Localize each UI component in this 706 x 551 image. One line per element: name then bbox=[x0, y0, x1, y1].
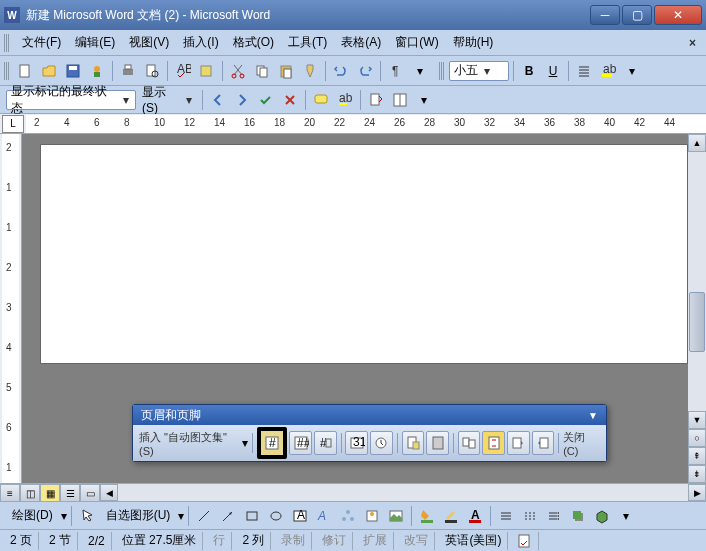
show-hide-doc-button[interactable] bbox=[426, 431, 449, 455]
menu-help[interactable]: 帮助(H) bbox=[447, 32, 500, 53]
menu-tools[interactable]: 工具(T) bbox=[282, 32, 333, 53]
grip-icon[interactable] bbox=[4, 62, 10, 80]
align-justify-button[interactable] bbox=[573, 60, 595, 82]
grip-icon[interactable] bbox=[439, 62, 445, 80]
close-button[interactable]: ✕ bbox=[654, 5, 702, 25]
scroll-right-button[interactable]: ▶ bbox=[688, 484, 706, 501]
menu-window[interactable]: 窗口(W) bbox=[389, 32, 444, 53]
hf-toolbar-title[interactable]: 页眉和页脚 ▼ bbox=[133, 405, 606, 425]
dash-style-button[interactable] bbox=[519, 505, 541, 527]
toolbar-options[interactable]: ▾ bbox=[413, 89, 435, 111]
picture-button[interactable] bbox=[385, 505, 407, 527]
shadow-button[interactable] bbox=[567, 505, 589, 527]
hscroll-track[interactable] bbox=[118, 484, 688, 501]
format-page-number-button[interactable]: # bbox=[314, 431, 337, 455]
select-objects-button[interactable] bbox=[76, 505, 98, 527]
research-button[interactable] bbox=[196, 60, 218, 82]
review-pane-button[interactable] bbox=[389, 89, 411, 111]
tab-type-button[interactable]: L bbox=[2, 115, 24, 133]
underline-button[interactable]: U bbox=[542, 60, 564, 82]
copy-button[interactable] bbox=[251, 60, 273, 82]
status-record[interactable]: 录制 bbox=[275, 532, 312, 550]
new-comment-button[interactable] bbox=[310, 89, 332, 111]
menu-insert[interactable]: 插入(I) bbox=[177, 32, 224, 53]
status-language[interactable]: 英语(美国) bbox=[439, 532, 508, 550]
textbox-button[interactable]: A bbox=[289, 505, 311, 527]
scroll-thumb[interactable] bbox=[689, 292, 705, 352]
scroll-left-button[interactable]: ◀ bbox=[100, 484, 118, 501]
insert-time-button[interactable] bbox=[370, 431, 393, 455]
status-revision[interactable]: 修订 bbox=[316, 532, 353, 550]
line-button[interactable] bbox=[193, 505, 215, 527]
chevron-down-icon[interactable]: ▾ bbox=[242, 436, 248, 450]
menu-view[interactable]: 视图(V) bbox=[123, 32, 175, 53]
same-as-prev-button[interactable] bbox=[458, 431, 481, 455]
toolbar-options[interactable]: ▾ bbox=[621, 60, 643, 82]
fill-color-button[interactable] bbox=[416, 505, 438, 527]
horizontal-ruler[interactable]: L 24681012141618202224262830323436384042… bbox=[0, 114, 706, 134]
status-spellcheck-icon[interactable] bbox=[512, 532, 539, 550]
permission-button[interactable] bbox=[86, 60, 108, 82]
maximize-button[interactable]: ▢ bbox=[622, 5, 652, 25]
spellcheck-button[interactable]: ABC bbox=[172, 60, 194, 82]
print-view-button[interactable]: ▦ bbox=[40, 484, 60, 502]
line-color-button[interactable] bbox=[440, 505, 462, 527]
track-changes-button[interactable] bbox=[365, 89, 387, 111]
scroll-down-button[interactable]: ▼ bbox=[688, 411, 706, 429]
doc-close-button[interactable]: × bbox=[683, 36, 702, 50]
toolbar-options[interactable]: ▾ bbox=[409, 60, 431, 82]
show-combo[interactable]: 显示(S) ▾ bbox=[138, 90, 198, 110]
print-button[interactable] bbox=[117, 60, 139, 82]
highlight-pen-button[interactable]: ab bbox=[334, 89, 356, 111]
switch-header-footer-button[interactable] bbox=[482, 431, 505, 455]
redo-button[interactable] bbox=[354, 60, 376, 82]
insert-page-count-button[interactable]: ## bbox=[289, 431, 312, 455]
3d-button[interactable] bbox=[591, 505, 613, 527]
normal-view-button[interactable]: ≡ bbox=[0, 484, 20, 502]
fontsize-combo[interactable]: 小五 ▾ bbox=[449, 61, 509, 81]
bold-button[interactable]: B bbox=[518, 60, 540, 82]
prev-page-button[interactable]: ⇞ bbox=[688, 447, 706, 465]
show-marks-button[interactable]: ¶ bbox=[385, 60, 407, 82]
autotext-label[interactable]: 插入 "自动图文集" (S) bbox=[139, 430, 238, 457]
accept-change-button[interactable] bbox=[255, 89, 277, 111]
menu-edit[interactable]: 编辑(E) bbox=[69, 32, 121, 53]
scroll-up-button[interactable]: ▲ bbox=[688, 134, 706, 152]
format-painter-button[interactable] bbox=[299, 60, 321, 82]
line-style-button[interactable] bbox=[495, 505, 517, 527]
page-body[interactable] bbox=[40, 144, 688, 364]
undo-button[interactable] bbox=[330, 60, 352, 82]
show-next-button[interactable] bbox=[532, 431, 555, 455]
minimize-button[interactable]: ─ bbox=[590, 5, 620, 25]
page-setup-button[interactable] bbox=[402, 431, 425, 455]
arrow-style-button[interactable] bbox=[543, 505, 565, 527]
font-color-button[interactable]: A bbox=[464, 505, 486, 527]
review-state-combo[interactable]: 显示标记的最终状态 ▾ bbox=[6, 90, 136, 110]
draw-menu[interactable]: 绘图(D) bbox=[6, 505, 59, 526]
save-button[interactable] bbox=[62, 60, 84, 82]
wordart-button[interactable]: A bbox=[313, 505, 335, 527]
clipart-button[interactable] bbox=[361, 505, 383, 527]
autoshapes-menu[interactable]: 自选图形(U) bbox=[100, 505, 177, 526]
cut-button[interactable] bbox=[227, 60, 249, 82]
outline-view-button[interactable]: ☰ bbox=[60, 484, 80, 502]
menu-table[interactable]: 表格(A) bbox=[335, 32, 387, 53]
vertical-ruler[interactable]: 211234561 bbox=[0, 134, 22, 483]
new-doc-button[interactable] bbox=[14, 60, 36, 82]
show-prev-button[interactable] bbox=[507, 431, 530, 455]
hf-close-button[interactable]: 关闭(C) bbox=[563, 430, 598, 457]
paste-button[interactable] bbox=[275, 60, 297, 82]
toolbar-options[interactable]: ▾ bbox=[615, 505, 637, 527]
next-page-button[interactable]: ⇟ bbox=[688, 465, 706, 483]
web-view-button[interactable]: ◫ bbox=[20, 484, 40, 502]
diagram-button[interactable] bbox=[337, 505, 359, 527]
preview-button[interactable] bbox=[141, 60, 163, 82]
reading-view-button[interactable]: ▭ bbox=[80, 484, 100, 502]
next-change-button[interactable] bbox=[231, 89, 253, 111]
menu-file[interactable]: 文件(F) bbox=[16, 32, 67, 53]
status-extend[interactable]: 扩展 bbox=[357, 532, 394, 550]
grip-icon[interactable] bbox=[4, 34, 10, 52]
highlight-button[interactable]: ab bbox=[597, 60, 619, 82]
arrow-button[interactable] bbox=[217, 505, 239, 527]
insert-page-number-button[interactable]: # bbox=[257, 427, 287, 459]
